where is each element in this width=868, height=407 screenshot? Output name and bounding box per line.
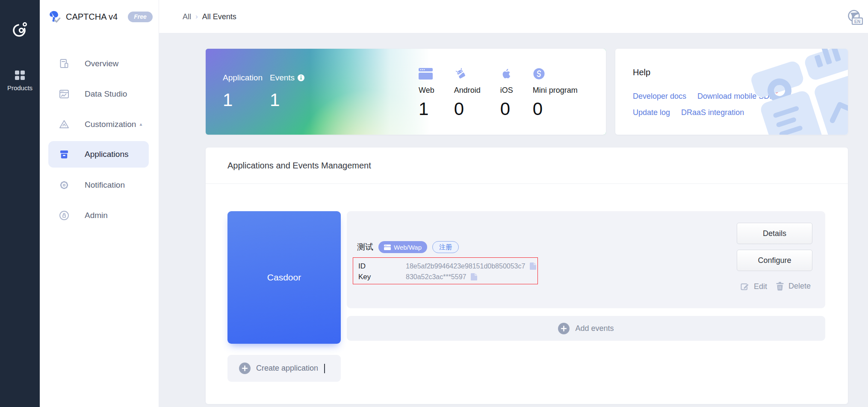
platform-value: 1 <box>419 99 434 119</box>
platform-label: Web <box>419 86 434 95</box>
sidebar-item-label: Notification <box>85 180 125 190</box>
platform-label: Mini program <box>533 86 578 95</box>
sidebar-item-notification[interactable]: Notification <box>40 170 159 200</box>
apple-icon <box>500 68 512 80</box>
event-panel: 测试 Web/Wap 注册 ID 18e5af2b9946423e98151d0… <box>347 211 825 308</box>
platform-mini-program: Mini program 0 <box>533 68 578 119</box>
sidebar-item-overview[interactable]: Overview <box>40 48 159 79</box>
applications-icon <box>59 149 70 160</box>
sidebar-item-applications[interactable]: Applications <box>48 141 149 168</box>
sidebar-header: CAPTCHA v4 Free <box>40 0 159 33</box>
overview-stats-card: Application 1 Events 1 Web 1 <box>206 49 606 135</box>
sidebar-item-data-studio[interactable]: Data Studio <box>40 79 159 109</box>
credential-row-key: Key 830a52c3ac***5597 <box>358 271 537 282</box>
platform-android: Android 0 <box>454 68 481 119</box>
text-cursor <box>324 364 325 373</box>
svg-text:EN: EN <box>854 19 861 24</box>
link-draas-integration[interactable]: DRaaS integration <box>681 108 744 117</box>
sidebar-item-label: Data Studio <box>85 89 127 99</box>
link-developer-docs[interactable]: Developer docs <box>633 92 686 101</box>
geetest-logo[interactable] <box>11 21 29 38</box>
management-title: Applications and Events Management <box>206 147 848 184</box>
help-card: Help Developer docs Download mobile SDK … <box>615 49 848 135</box>
credential-value: 18e5af2b9946423e98151d0b850053c7 <box>406 262 525 270</box>
configure-button[interactable]: Configure <box>737 250 812 271</box>
customization-icon <box>59 119 70 130</box>
edit-pencil-icon <box>740 281 750 292</box>
chevron-right-icon: › <box>195 12 198 21</box>
products-label: Products <box>0 84 40 91</box>
sidebar-item-label: Admin <box>85 211 108 220</box>
topbar-divider <box>159 0 159 33</box>
trash-icon <box>775 281 785 291</box>
credential-row-id: ID 18e5af2b9946423e98151d0b850053c7 <box>358 261 537 271</box>
application-stat: Application 1 <box>223 73 263 110</box>
caret-up-icon: ▲ <box>139 122 143 127</box>
create-application-label: Create application <box>256 364 318 373</box>
web-icon <box>419 68 433 80</box>
help-illustration <box>749 49 848 135</box>
events-stat-value: 1 <box>270 90 304 110</box>
event-name: 测试 <box>357 242 373 253</box>
details-button[interactable]: Details <box>737 223 812 244</box>
language-switcher[interactable]: EN <box>847 9 863 25</box>
info-icon[interactable] <box>298 74 304 81</box>
application-name: Casdoor <box>267 272 301 283</box>
add-events-button[interactable]: Add events <box>347 316 825 341</box>
copy-icon[interactable] <box>529 262 537 270</box>
delete-label: Delete <box>788 282 811 291</box>
edit-button[interactable]: Edit <box>740 281 767 292</box>
application-stat-label: Application <box>223 73 263 83</box>
edit-label: Edit <box>754 282 767 291</box>
illustration-bars-tile <box>803 49 848 82</box>
help-title: Help <box>633 68 650 77</box>
credential-label: Key <box>358 273 406 281</box>
platform-stats: Web 1 Android 0 iOS 0 <box>419 68 578 119</box>
event-type-badge: 注册 <box>432 241 459 253</box>
platform-label: Android <box>454 86 481 95</box>
events-stat: Events 1 <box>270 73 304 110</box>
platform-value: 0 <box>500 99 513 119</box>
product-rail: Products <box>0 0 40 407</box>
events-stat-label: Events <box>270 73 295 83</box>
breadcrumb: All › All Events <box>183 0 236 33</box>
copy-icon[interactable] <box>470 273 478 281</box>
platform-web: Web 1 <box>419 68 434 119</box>
top-bar: All › All Events EN <box>40 0 868 33</box>
credential-label: ID <box>358 262 406 271</box>
application-stat-value: 1 <box>223 90 263 110</box>
sidebar-item-products[interactable]: Products <box>0 71 40 91</box>
data-studio-icon <box>59 88 70 100</box>
plus-circle-icon <box>558 323 570 334</box>
sidebar-item-label: Overview <box>85 59 118 68</box>
breadcrumb-all[interactable]: All <box>183 12 191 21</box>
android-icon <box>454 68 468 80</box>
notification-gear-icon <box>59 180 70 191</box>
web-wap-badge-icon <box>384 245 391 250</box>
globe-icon: EN <box>847 9 863 25</box>
captcha-product-icon <box>48 10 61 24</box>
application-card-casdoor[interactable]: Casdoor <box>227 211 341 344</box>
plan-badge: Free <box>128 12 153 22</box>
credential-value: 830a52c3ac***5597 <box>406 273 466 281</box>
app-title: CAPTCHA v4 <box>66 12 118 22</box>
sidebar-item-label: Applications <box>85 150 128 159</box>
management-card: Applications and Events Management Casdo… <box>206 147 848 404</box>
plus-circle-icon <box>239 363 251 374</box>
delete-button[interactable]: Delete <box>775 281 811 291</box>
create-application-button[interactable]: Create application <box>227 355 341 382</box>
link-update-log[interactable]: Update log <box>633 108 670 117</box>
breadcrumb-current: All Events <box>202 12 236 21</box>
add-events-label: Add events <box>575 324 614 333</box>
captcha-sidebar: CAPTCHA v4 Free Overview Data Studio <box>40 0 159 407</box>
mini-program-icon <box>533 68 545 80</box>
credentials-box: ID 18e5af2b9946423e98151d0b850053c7 Key … <box>353 257 538 284</box>
sidebar-item-admin[interactable]: Admin <box>40 200 159 230</box>
platform-badge: Web/Wap <box>378 241 427 253</box>
admin-lock-icon <box>59 210 70 221</box>
platform-label: iOS <box>500 86 513 95</box>
sidebar-item-customization[interactable]: Customization ▲ <box>40 109 159 139</box>
sidebar-item-label: Customization <box>85 120 136 129</box>
platform-value: 0 <box>454 99 481 119</box>
platform-value: 0 <box>533 99 578 119</box>
